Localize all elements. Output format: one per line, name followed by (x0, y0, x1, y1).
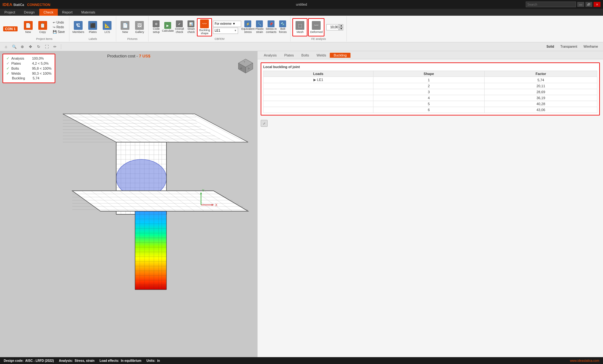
gallery-button[interactable]: 🖼 Gallery (133, 18, 146, 36)
analysis-tabs: Analysis Plates Bolts Welds Buckling (258, 51, 603, 59)
fullscreen-button[interactable]: ⛶ (43, 43, 50, 50)
cell-shape: 6 (373, 107, 484, 113)
view-transparent-button[interactable]: Transparent (558, 45, 580, 49)
stress-contacts-button[interactable]: 📌 Stress incontacts (265, 19, 277, 35)
ribbon-section-fe: ⬚ Mesh 〰 Deformed ▲ ▼ FE analysis (291, 16, 347, 41)
view-cube[interactable]: ⊤ ◁ ▷ (237, 57, 254, 75)
svg-text:⊤: ⊤ (243, 61, 245, 63)
3d-scene-svg: X Y (0, 51, 258, 357)
atab-welds[interactable]: Welds (313, 53, 330, 58)
cell-loads (263, 95, 373, 101)
units-item: Units: in (146, 359, 160, 362)
production-cost-label: Production cost (107, 54, 135, 58)
website-link[interactable]: www.ideastatica.com (570, 359, 599, 362)
table-row[interactable]: 328,69 (263, 89, 597, 95)
ribbon-section-cbfem: ⚙ Codesetup ▶ Calculate ✔ Overallcheck 📊… (149, 16, 291, 41)
code-setup-button[interactable]: ⚙ Codesetup (150, 19, 162, 35)
pen-button[interactable]: ✏ (52, 43, 58, 50)
cell-shape: 5 (373, 101, 484, 107)
bolt-forces-button[interactable]: 🔩 Boltforces (277, 19, 288, 35)
mesh-size-group: ▲ ▼ (325, 23, 345, 32)
mesh-spin-down-button[interactable]: ▼ (339, 27, 343, 30)
buckling-shape-button[interactable]: 〰 Buckling shape (197, 18, 212, 36)
status-row-welds: ✓ Welds 90,3 < 100% (6, 71, 52, 76)
tab-project[interactable]: Project (0, 9, 19, 16)
cell-loads (263, 101, 373, 107)
3d-viewport[interactable]: X Y (0, 51, 258, 357)
undo-button[interactable]: ↩ Undo (52, 20, 66, 24)
plates-button[interactable]: ⬛ Plates (86, 18, 100, 36)
mesh-input-row: ▲ ▼ (326, 24, 343, 30)
save-button[interactable]: 💾 Save (52, 30, 66, 34)
mesh-size-input[interactable] (326, 24, 339, 30)
viewport-panel: ✓ Analysis 100,0% ✓ Plates 4,2 < 5,0% ✓ … (0, 51, 258, 357)
code-setup-icon: ⚙ (153, 20, 160, 27)
mesh-spin-up-button[interactable]: ▲ (339, 24, 343, 27)
home-button[interactable]: ⌂ (3, 43, 9, 50)
production-cost: Production cost - 7 US$ (107, 54, 150, 58)
members-icon: 🏗 (74, 21, 83, 30)
members-button[interactable]: 🏗 Members (71, 18, 85, 36)
cell-loads: ▶LE1 (263, 77, 373, 83)
ribbon-section-project: 📄 New 📋 Copy ↩ Undo ↪ Redo 💾 Save (19, 16, 70, 41)
view-wireframe-button[interactable]: Wireframe (581, 45, 600, 49)
rotate-button[interactable]: ↻ (35, 43, 42, 50)
fe-analysis-label: FE analysis (311, 37, 326, 41)
titlebar-controls: — 🗗 ✕ (526, 2, 603, 7)
table-row[interactable]: 540,28 (263, 101, 597, 107)
undo-section: ↩ Undo ↪ Redo 💾 Save (50, 19, 68, 35)
cbfem-label: CBFEM (215, 37, 225, 41)
mesh-button[interactable]: ⬚ Mesh (292, 18, 307, 36)
for-extreme-selector[interactable]: For extreme ▼ (213, 21, 241, 27)
redo-button[interactable]: ↪ Redo (52, 25, 66, 29)
calculate-button[interactable]: ▶ Calculate (162, 19, 173, 35)
th-shape: Shape (373, 71, 484, 77)
tab-check[interactable]: Check (39, 9, 58, 16)
deformed-button[interactable]: 〰 Deformed (308, 18, 324, 36)
row-expand-icon[interactable]: ▶ (313, 78, 316, 82)
equivalent-stress-button[interactable]: ⚡ Equivalentstress (242, 19, 253, 35)
new-button[interactable]: 📄 New (21, 18, 35, 36)
restore-button[interactable]: 🗗 (585, 2, 592, 7)
plastic-strain-button[interactable]: 🔧 Plasticstrain (254, 19, 265, 35)
view-solid-button[interactable]: Solid (544, 45, 557, 49)
atab-plates[interactable]: Plates (280, 53, 298, 58)
statusbar: Design code: AISC - LRFD (2022) Analysis… (0, 357, 603, 364)
con-badge[interactable]: CON 1 (3, 26, 18, 31)
titlebar: IDEA StatiCa CONNECTION untitled — 🗗 ✕ (0, 0, 603, 9)
expand-button[interactable]: ⤢ (261, 120, 268, 127)
table-row[interactable]: 436,19 (263, 95, 597, 101)
pan-button[interactable]: ✥ (27, 43, 34, 50)
buckling-table-body: ▶LE115,74220,11328,69436,19540,28643,06 (263, 77, 597, 113)
atab-buckling[interactable]: Buckling (330, 53, 350, 58)
cell-loads (263, 107, 373, 113)
close-button[interactable]: ✕ (594, 2, 600, 7)
overall-check-button[interactable]: ✔ Overallcheck (174, 19, 185, 35)
zoom-button[interactable]: ⊕ (19, 43, 26, 50)
strain-check-button[interactable]: 📊 Straincheck (185, 19, 197, 35)
buckling-shape-icon: 〰 (200, 19, 209, 28)
le1-selector[interactable]: LE1 ▼ (213, 28, 238, 34)
lcs-button[interactable]: 📐 LCS (100, 18, 114, 36)
new-icon: 📄 (24, 21, 33, 30)
search-toolbar-button[interactable]: 🔍 (11, 43, 18, 50)
table-row[interactable]: 220,11 (263, 83, 597, 89)
tab-materials[interactable]: Materials (77, 9, 100, 16)
minimize-button[interactable]: — (577, 2, 584, 7)
table-row[interactable]: 643,06 (263, 107, 597, 113)
welds-label: Welds (11, 72, 30, 75)
cell-factor: 40,28 (484, 101, 597, 107)
cell-shape: 2 (373, 83, 484, 89)
copy-button[interactable]: 📋 Copy (36, 18, 50, 36)
atab-analysis[interactable]: Analysis (260, 53, 280, 58)
atab-bolts[interactable]: Bolts (298, 53, 313, 58)
global-search-input[interactable] (526, 2, 576, 7)
labels-section-label: Labels (89, 37, 97, 41)
pictures-new-button[interactable]: 📄 New (118, 18, 132, 36)
units-label: Units: (146, 359, 155, 362)
buckling-table: Loads Shape Factor ▶LE115,74220,11328,69… (263, 71, 597, 113)
tab-report[interactable]: Report (58, 9, 77, 16)
tab-design[interactable]: Design (19, 9, 39, 16)
stress-contacts-icon: 📌 (268, 20, 274, 27)
table-row[interactable]: ▶LE115,74 (263, 77, 597, 83)
